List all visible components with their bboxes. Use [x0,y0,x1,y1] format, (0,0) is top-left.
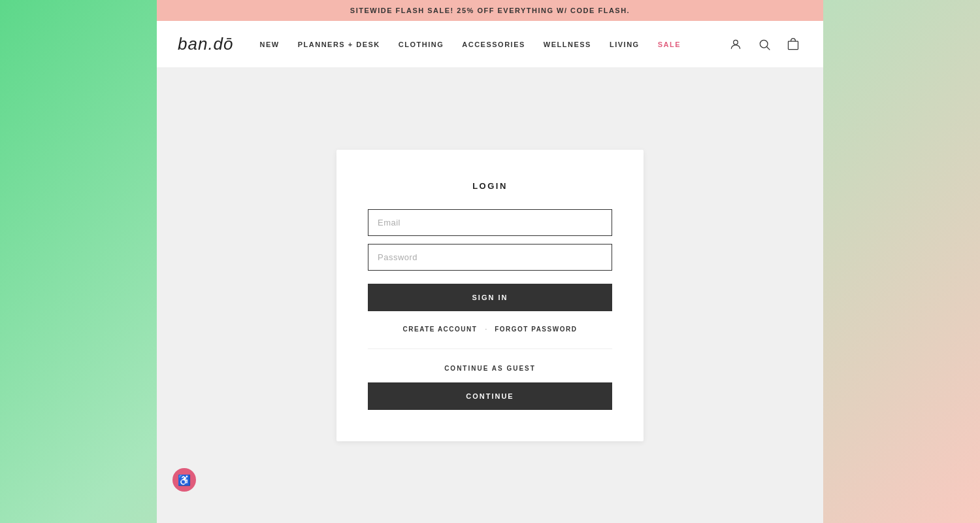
nav-item-sale[interactable]: SALE [658,41,681,48]
nav-item-living[interactable]: LIVING [610,41,640,48]
guest-section: CONTINUE AS GUEST CONTINUE [368,348,612,410]
search-icon-button[interactable] [755,35,774,54]
cart-icon [787,38,800,51]
nav-item-new[interactable]: NEW [260,41,280,48]
banner-text: SITEWIDE FLASH SALE! 25% OFF EVERYTHING … [350,7,630,14]
accessibility-icon: ♿ [178,474,191,486]
promo-banner: SITEWIDE FLASH SALE! 25% OFF EVERYTHING … [157,0,823,21]
sign-in-button[interactable]: SIGN IN [368,284,612,311]
nav-item-accessories[interactable]: ACCESSORIES [462,41,525,48]
link-separator: · [485,326,487,333]
nav-icons [727,35,802,54]
svg-point-0 [734,40,738,44]
nav-item-wellness[interactable]: WELLNESS [544,41,591,48]
account-icon-button[interactable] [727,35,745,54]
svg-line-2 [767,46,770,50]
password-input[interactable] [368,244,612,271]
continue-button[interactable]: CONTINUE [368,382,612,410]
accessibility-button[interactable]: ♿ [172,468,196,492]
nav-links: NEW PLANNERS + DESK CLOTHING ACCESSORIES… [260,41,727,48]
nav-item-planners-desk[interactable]: PLANNERS + DESK [298,41,380,48]
email-input[interactable] [368,209,612,236]
navbar: ban.dō NEW PLANNERS + DESK CLOTHING ACCE… [157,21,823,68]
cart-icon-button[interactable] [784,35,802,54]
create-account-link[interactable]: CREATE ACCOUNT [403,326,478,333]
continue-as-guest-label: CONTINUE AS GUEST [368,365,612,372]
login-card: LOGIN SIGN IN CREATE ACCOUNT · FORGOT PA… [336,150,644,441]
logo[interactable]: ban.dō [178,34,234,54]
search-icon [758,38,771,51]
login-title: LOGIN [368,181,612,191]
svg-rect-3 [789,41,798,50]
password-group [368,244,612,271]
account-icon [729,38,742,51]
nav-item-clothing[interactable]: CLOTHING [399,41,444,48]
forgot-password-link[interactable]: FORGOT PASSWORD [495,326,577,333]
email-group [368,209,612,236]
account-links: CREATE ACCOUNT · FORGOT PASSWORD [368,326,612,333]
svg-point-1 [760,40,768,48]
main-content: LOGIN SIGN IN CREATE ACCOUNT · FORGOT PA… [157,68,823,523]
